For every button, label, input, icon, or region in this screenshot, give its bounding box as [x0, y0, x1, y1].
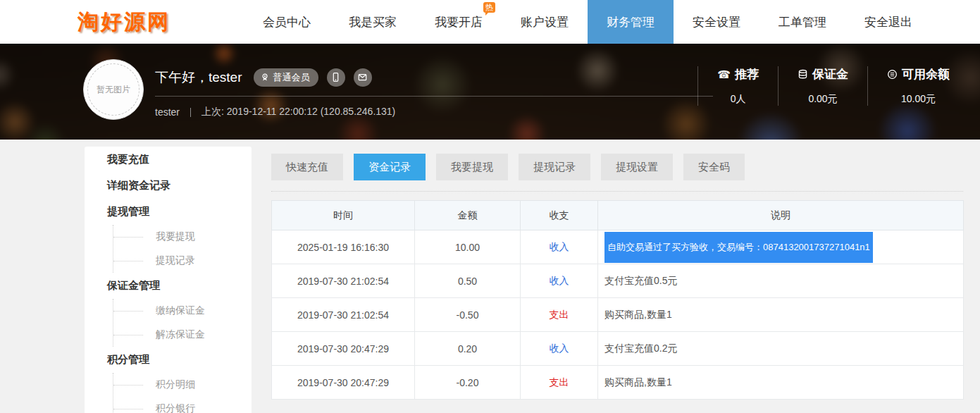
direction-badge: 收入: [550, 343, 569, 354]
sidebar-item-deposit-management[interactable]: 保证金管理: [85, 273, 252, 299]
sidebar-subtree: 缴纳保证金解冻保证金: [113, 299, 252, 347]
direction-badge: 支出: [550, 376, 569, 388]
stat-label: 保证金: [798, 66, 848, 82]
stat-label-text: 保证金: [812, 66, 848, 82]
mobile-icon: [330, 72, 341, 82]
fund-records-table: 时间金额收支说明 2025-01-19 16:16:3010.00收入自助交易通…: [271, 200, 964, 400]
brand-logo[interactable]: 淘好源网: [77, 0, 244, 44]
nav-item-logout[interactable]: 安全退出: [845, 0, 931, 44]
tab-bar: 快速充值资金记录我要提现提现记录提现设置安全码: [271, 154, 964, 180]
selected-transaction-text: 自助交易通过了买方验收，交易编号：0874132001737271041n1: [604, 232, 873, 263]
main-area: 我要充值详细资金记录提现管理我要提现提现记录保证金管理缴纳保证金解冻保证金积分管…: [0, 140, 980, 413]
nav-item-label: 安全设置: [693, 14, 740, 30]
sidebar-item-withdraw-records[interactable]: 提现记录: [113, 249, 252, 273]
login-separator: [190, 108, 191, 117]
table-row: 2019-07-30 20:47:29-0.20支出购买商品,数量1: [272, 366, 964, 400]
table-head: 时间金额收支说明: [272, 201, 964, 230]
sidebar-item-unfreeze-deposit[interactable]: 解冻保证金: [113, 323, 252, 347]
sidebar-item-points-detail[interactable]: 积分明细: [113, 373, 252, 397]
stat-label: ☎推荐: [717, 66, 759, 82]
coins-icon: [798, 69, 808, 80]
banner-stats: ☎推荐0人保证金0.00元可用余额10.00元: [697, 66, 969, 106]
nav-item-label: 财务管理: [607, 14, 655, 30]
nav-item-label: 我要开店: [435, 14, 483, 30]
main-nav: 会员中心我是买家我要开店热账户设置财务管理安全设置工单管理安全退出: [244, 0, 931, 44]
nav-item-label: 工单管理: [779, 14, 826, 30]
sidebar-item-fund-detail-records[interactable]: 详细资金记录: [85, 173, 252, 199]
table-row: 2019-07-30 20:47:290.20收入支付宝充值0.2元: [272, 332, 964, 366]
col-header-amount: 金额: [415, 201, 521, 230]
stat-available-balance: 可用余额10.00元: [867, 66, 969, 106]
cell-amount: -0.50: [415, 298, 521, 332]
cell-direction: 收入: [521, 230, 598, 264]
avatar-placeholder: 暂无图片: [97, 84, 130, 96]
banner: 暂无图片 下午好，tester 普通会员 tester 上次: 2019-12-…: [0, 44, 980, 140]
cell-description: 自助交易通过了买方验收，交易编号：0874132001737271041n1: [598, 230, 964, 264]
cell-description: 购买商品,数量1: [598, 366, 964, 400]
direction-badge: 收入: [550, 275, 569, 286]
cell-amount: -0.20: [415, 366, 521, 400]
table-row: 2019-07-30 21:02:54-0.50支出购买商品,数量1: [272, 298, 964, 332]
tab-quick-recharge[interactable]: 快速充值: [271, 154, 343, 180]
col-header-time: 时间: [272, 201, 415, 230]
stat-deposit: 保证金0.00元: [778, 66, 867, 106]
col-header-description: 说明: [598, 201, 964, 230]
banner-divider: [155, 96, 713, 97]
sidebar-subtree: 积分明细积分银行: [113, 373, 252, 413]
sidebar-item-pay-deposit[interactable]: 缴纳保证金: [113, 299, 252, 323]
stat-label-text: 可用余额: [902, 66, 950, 82]
col-header-direction: 收支: [521, 201, 598, 230]
sidebar-item-withdraw-management[interactable]: 提现管理: [85, 199, 252, 225]
greeting: 下午好，tester: [155, 68, 242, 87]
envelope-icon: [357, 72, 368, 82]
cell-direction: 收入: [521, 264, 598, 298]
nav-item-label: 账户设置: [521, 14, 569, 30]
cell-description: 购买商品,数量1: [598, 298, 964, 332]
nav-item-ticket-management[interactable]: 工单管理: [759, 0, 845, 44]
sidebar-item-points-management[interactable]: 积分管理: [85, 347, 252, 373]
cell-time: 2019-07-30 20:47:29: [272, 366, 415, 400]
coin-icon: [887, 69, 898, 80]
nav-item-open-shop[interactable]: 我要开店热: [416, 0, 502, 44]
tab-security-code[interactable]: 安全码: [683, 154, 745, 180]
user-info: 下午好，tester 普通会员 tester 上次: 2019-12-11 22…: [155, 44, 713, 118]
stat-value: 10.00元: [887, 93, 950, 106]
tab-withdraw-apply[interactable]: 我要提现: [436, 154, 508, 180]
cell-amount: 10.00: [415, 230, 521, 264]
nav-item-security-settings[interactable]: 安全设置: [674, 0, 759, 44]
nav-item-member-center[interactable]: 会员中心: [244, 0, 330, 44]
nav-item-label: 会员中心: [263, 14, 311, 30]
cell-description: 支付宝充值0.5元: [598, 264, 964, 298]
contact-email-button[interactable]: [354, 68, 372, 87]
cell-time: 2019-07-30 21:02:54: [272, 264, 415, 298]
tabs-divider: [271, 191, 963, 192]
tab-fund-records[interactable]: 资金记录: [354, 154, 426, 180]
stat-label: 可用余额: [887, 66, 950, 82]
contact-mobile-button[interactable]: [327, 68, 345, 87]
tab-withdraw-settings[interactable]: 提现设置: [601, 154, 673, 180]
cell-direction: 支出: [521, 298, 598, 332]
username: tester: [155, 106, 180, 118]
table-body: 2025-01-19 16:16:3010.00收入自助交易通过了买方验收，交易…: [272, 230, 964, 400]
telephone-icon: ☎: [717, 69, 731, 80]
stat-value: 0.00元: [798, 93, 848, 106]
cell-amount: 0.50: [415, 264, 521, 298]
hot-badge: 热: [483, 2, 495, 13]
nav-item-account-settings[interactable]: 账户设置: [502, 0, 588, 44]
cell-description: 支付宝充值0.2元: [598, 332, 964, 366]
nav-item-finance-management[interactable]: 财务管理: [588, 0, 674, 44]
table-row: 2025-01-19 16:16:3010.00收入自助交易通过了买方验收，交易…: [272, 230, 964, 264]
medal-icon: [260, 73, 270, 82]
sidebar-item-recharge[interactable]: 我要充值: [85, 147, 252, 173]
sidebar-item-points-bank[interactable]: 积分银行: [113, 397, 252, 413]
member-badge-label: 普通会员: [273, 71, 310, 84]
top-nav: 淘好源网 会员中心我是买家我要开店热账户设置财务管理安全设置工单管理安全退出: [0, 0, 980, 44]
stat-referrals: ☎推荐0人: [697, 66, 778, 106]
sidebar-item-withdraw-apply[interactable]: 我要提现: [113, 225, 252, 249]
avatar[interactable]: 暂无图片: [83, 59, 144, 120]
table-row: 2019-07-30 21:02:540.50收入支付宝充值0.5元: [272, 264, 964, 298]
nav-item-i-am-buyer[interactable]: 我是买家: [330, 0, 416, 44]
member-badge: 普通会员: [254, 68, 318, 87]
tab-withdraw-records[interactable]: 提现记录: [519, 154, 590, 180]
cell-direction: 收入: [521, 332, 598, 366]
